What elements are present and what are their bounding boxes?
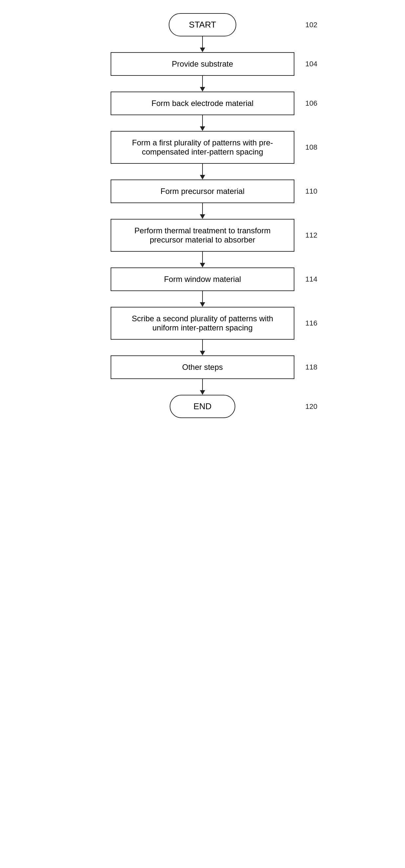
precursor-node: Form precursor material [111,180,294,203]
thermal-wrapper: Perform thermal treatment to transform p… [88,219,317,252]
arrow-2 [200,76,205,92]
second-plurality-label: 116 [305,319,317,328]
precursor-label: 110 [305,187,317,195]
provide-substrate-node: Provide substrate [111,52,294,76]
window-node: Form window material [111,268,294,291]
arrow-5 [200,203,205,219]
arrow-7 [200,291,205,307]
provide-substrate-wrapper: Provide substrate 104 [88,52,317,76]
second-plurality-wrapper: Scribe a second plurality of patterns wi… [88,307,317,340]
start-node-wrapper: START 102 [88,13,317,36]
arrow-4 [200,164,205,180]
end-label: 120 [305,402,317,411]
precursor-wrapper: Form precursor material 110 [88,180,317,203]
arrow-3 [200,115,205,131]
thermal-node: Perform thermal treatment to transform p… [111,219,294,252]
back-electrode-label: 106 [305,99,317,107]
first-plurality-label: 108 [305,143,317,152]
end-node-wrapper: END 120 [88,395,317,418]
arrow-9 [200,379,205,395]
window-label: 114 [305,275,317,283]
flowchart: START 102 Provide substrate 104 Form bac… [88,13,317,418]
arrow-6 [200,252,205,268]
arrow-8 [200,340,205,355]
start-label: 102 [305,21,317,29]
back-electrode-wrapper: Form back electrode material 106 [88,92,317,115]
other-steps-wrapper: Other steps 118 [88,355,317,379]
arrow-1 [200,36,205,52]
other-steps-label: 118 [305,363,317,371]
other-steps-node: Other steps [111,355,294,379]
first-plurality-node: Form a first plurality of patterns with … [111,131,294,164]
start-node: START [169,13,237,36]
window-wrapper: Form window material 114 [88,268,317,291]
first-plurality-wrapper: Form a first plurality of patterns with … [88,131,317,164]
end-node: END [170,395,235,418]
back-electrode-node: Form back electrode material [111,92,294,115]
second-plurality-node: Scribe a second plurality of patterns wi… [111,307,294,340]
provide-substrate-label: 104 [305,60,317,68]
thermal-label: 112 [305,231,317,240]
